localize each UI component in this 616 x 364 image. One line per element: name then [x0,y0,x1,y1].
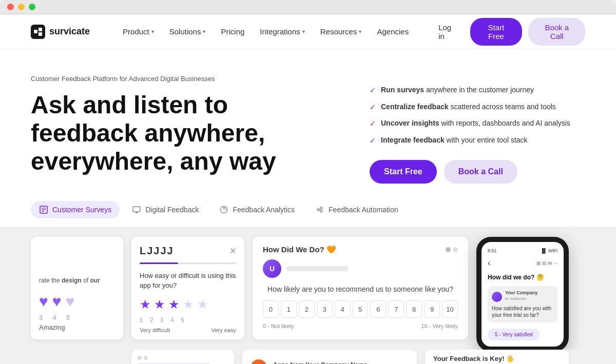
feature-rest-3: with reports, dashboards and AI analysis [439,119,570,127]
card-logo-text: LJJJJ [140,245,174,257]
nps-3[interactable]: 3 [317,300,333,318]
login-button[interactable]: Log in [431,19,464,45]
hero-title: Ask and listen to feedback anywhere, eve… [31,91,339,176]
feature-bold-2: Centralize feedback [381,103,449,111]
hero-left: Customer Feedback Platform for Advanced … [31,75,339,184]
hero-start-free-button[interactable]: Start Free [370,160,437,184]
svg-point-12 [317,209,319,211]
tab-customer-surveys[interactable]: Customer Surveys [31,201,120,218]
preview-section: rate the design of our ♥ ♥ ♥ 3 4 5 Amazi… [0,227,616,350]
hearts-card-text: rate the design of our [39,276,115,285]
tab-feedback-automation[interactable]: Feedback Automation [307,201,406,218]
phone-screen: 8:51 ▐▌ WiFi ‹ ⊞ ⊟ ✉ ··· How did we do? … [482,242,564,347]
star-3[interactable]: ★ [168,297,180,312]
dot-2 [453,247,458,252]
start-free-button[interactable]: Start Free [470,18,523,46]
back-icon[interactable]: ‹ [488,258,490,268]
company-avatar [492,292,502,302]
feature-item-1: ✓ Run surveys anywhere in the customer j… [370,85,585,96]
nav-actions: Log in Start Free Book a Call [431,18,585,46]
nav-integrations[interactable]: Integrations ▾ [254,24,311,39]
nav-links: Product ▾ Solutions ▾ Pricing Integratio… [117,24,415,39]
logo[interactable]: survicate [31,25,90,39]
nps-2[interactable]: 2 [299,300,315,318]
product-chevron-icon: ▾ [151,29,154,34]
nps-1[interactable]: 1 [281,300,297,318]
nps-0[interactable]: 0 [263,300,279,318]
feature-bold-4: Integrate feedback [381,136,445,144]
avatar: U [263,259,281,278]
feedback-key-title: Your Feedback is Key! 🖐 [433,355,561,362]
label-right: Very easy [211,327,236,333]
star-2[interactable]: ★ [154,297,165,312]
mac-titlebar [0,0,616,14]
card-question: How easy or difficult is using this app … [140,271,236,290]
preview-bottom: Anna from Your Company Name Survey Chat … [0,350,616,364]
feedback-key-card: Your Feedback is Key! 🖐 [425,350,569,364]
hearts-card: rate the design of our ♥ ♥ ♥ 3 4 5 Amazi… [31,237,123,339]
hero-subtitle: Customer Feedback Platform for Advanced … [31,75,339,83]
feature-rest-1: anywhere in the customer journey [424,86,534,94]
surveys-icon [39,205,48,214]
check-icon-2: ✓ [370,103,376,113]
browser-content: survicate Product ▾ Solutions ▾ Pricing … [0,14,616,364]
nav-resources[interactable]: Resources ▾ [314,24,368,39]
nav-pricing[interactable]: Pricing [215,24,251,39]
solutions-chevron-icon: ▾ [203,29,205,34]
nav-product[interactable]: Product ▾ [117,24,160,39]
minimize-dot[interactable] [18,4,25,10]
phone-nav: ‹ ⊞ ⊟ ✉ ··· [488,258,557,268]
nps-7[interactable]: 7 [388,300,404,318]
phone-status-bar: 8:51 ▐▌ WiFi [488,248,557,253]
nps-card: How Did We Do? 🧡 U How likely are you to… [253,237,468,339]
nps-8[interactable]: 8 [406,300,422,318]
feature-bold-1: Run surveys [381,86,424,94]
svg-line-16 [319,210,320,211]
tabs-section: Customer Surveys Digital Feedback [0,199,616,227]
digital-feedback-icon [132,205,141,214]
phone-answer[interactable]: 5 - Very satisfied [488,329,540,340]
svg-line-15 [319,209,320,210]
feature-bold-3: Uncover insights [381,119,439,127]
tab-digital-feedback[interactable]: Digital Feedback [124,201,207,218]
hearts-row: ♥ ♥ ♥ [39,293,115,310]
tab-feedback-analytics[interactable]: Feedback Analytics [211,201,303,218]
phone-icons: ▐▌ WiFi [541,248,557,253]
logo-icon [31,25,45,39]
hero-book-call-button[interactable]: Book a Call [444,160,517,184]
close-dot[interactable] [7,4,14,10]
svg-point-14 [320,210,322,212]
nav-solutions[interactable]: Solutions ▾ [163,24,212,39]
nps-9[interactable]: 9 [424,300,440,318]
feature-rest-4: with your entire tool stack [445,136,528,144]
heart-1: ♥ [39,293,48,310]
phone-question: How did we do? 🤔 [488,274,557,281]
nav-agencies[interactable]: Agencies [371,24,415,39]
numbers-row: 3 4 5 [39,314,115,321]
hero-buttons: Start Free Book a Call [370,160,585,184]
star-4[interactable]: ★ [183,297,194,312]
book-call-button[interactable]: Book a Call [528,18,585,46]
resources-chevron-icon: ▾ [359,29,361,34]
anna-name: Anna from Your Company Name [273,361,396,364]
star-1[interactable]: ★ [140,297,151,312]
nps-4[interactable]: 4 [335,300,351,318]
nps-question: How likely are you to recommend us to so… [263,285,458,293]
nps-5[interactable]: 5 [353,300,369,318]
check-icon-4: ✓ [370,136,376,146]
svg-rect-0 [34,30,37,33]
nps-6[interactable]: 6 [370,300,386,318]
svg-point-13 [320,207,322,209]
nps-10[interactable]: 10 [442,300,458,318]
maximize-dot[interactable] [29,4,35,10]
close-icon[interactable]: ✕ [229,246,236,256]
phone-time: 8:51 [488,248,497,253]
hero-right: ✓ Run surveys anywhere in the customer j… [370,75,585,184]
svg-rect-2 [38,32,42,36]
anna-card-content: Anna from Your Company Name Survey Chat [273,361,396,364]
amazing-label: Amazing [39,323,115,331]
heart-3: ♥ [66,293,75,310]
nps-label-left: 0 - Not likely [263,323,294,329]
svg-rect-1 [38,28,42,31]
star-5[interactable]: ★ [197,297,208,312]
